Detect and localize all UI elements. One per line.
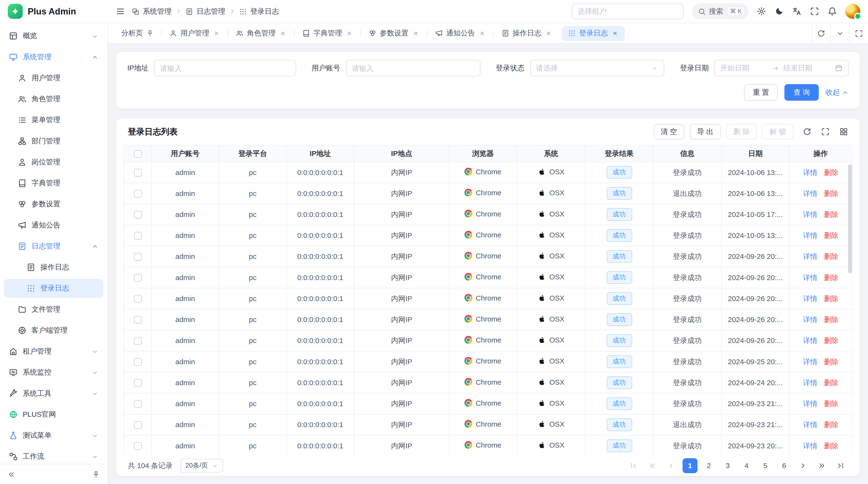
row-checkbox[interactable] bbox=[133, 232, 141, 240]
detail-link[interactable]: 详情 bbox=[803, 231, 817, 239]
row-checkbox[interactable] bbox=[133, 358, 141, 366]
page-button-5[interactable]: 5 bbox=[758, 458, 773, 473]
sidebar-item-param-settings[interactable]: 参数设置 bbox=[4, 195, 103, 214]
row-checkbox[interactable] bbox=[133, 295, 141, 303]
sidebar-item-post-mgmt[interactable]: 岗位管理 bbox=[4, 153, 103, 172]
language-button[interactable] bbox=[792, 7, 802, 16]
status-select[interactable]: 请选择 bbox=[530, 60, 664, 76]
sidebar-item-sys-monitor[interactable]: 系统监控 bbox=[4, 363, 103, 382]
theme-toggle-button[interactable] bbox=[774, 7, 784, 16]
pin-sidebar-button[interactable] bbox=[92, 470, 100, 478]
sidebar-item-menu-mgmt[interactable]: 菜单管理 bbox=[4, 110, 103, 129]
page-size-select[interactable]: 20条/页 bbox=[180, 459, 223, 473]
sidebar-item-overview[interactable]: 概览 bbox=[4, 27, 103, 45]
settings-button[interactable] bbox=[757, 7, 766, 16]
tab-op-log[interactable]: 操作日志 × bbox=[495, 26, 559, 41]
delete-link[interactable]: 删除 bbox=[824, 420, 838, 428]
detail-link[interactable]: 详情 bbox=[803, 210, 817, 218]
account-input[interactable] bbox=[346, 60, 480, 76]
column-header[interactable]: IP地址 bbox=[286, 146, 354, 162]
delete-link[interactable]: 删除 bbox=[824, 273, 838, 281]
content-fullscreen-button[interactable] bbox=[849, 23, 868, 43]
next-page-button[interactable] bbox=[796, 458, 810, 473]
sidebar-item-role-mgmt[interactable]: 角色管理 bbox=[4, 90, 103, 108]
delete-link[interactable]: 删除 bbox=[824, 168, 838, 176]
fullscreen-button[interactable] bbox=[810, 7, 819, 16]
breadcrumb-item-login-log[interactable]: 登录日志 bbox=[239, 6, 279, 16]
user-avatar[interactable] bbox=[845, 4, 860, 19]
detail-link[interactable]: 详情 bbox=[803, 189, 817, 197]
search-button[interactable]: 查 询 bbox=[784, 84, 818, 101]
close-tab-icon[interactable]: × bbox=[545, 29, 552, 37]
tab-role-mgmt[interactable]: 角色管理 × bbox=[230, 26, 293, 41]
tab-analysis[interactable]: 分析页 bbox=[115, 26, 160, 41]
table-fullscreen-button[interactable] bbox=[821, 127, 830, 136]
refresh-page-button[interactable] bbox=[812, 23, 830, 43]
delete-link[interactable]: 删除 bbox=[824, 294, 838, 302]
global-search-button[interactable]: 搜索 ⌘ K bbox=[692, 3, 748, 20]
tab-notice[interactable]: 通知公告 × bbox=[429, 26, 492, 41]
delete-button[interactable]: 删 除 bbox=[726, 124, 757, 139]
sidebar-item-client-mgmt[interactable]: 客户端管理 bbox=[4, 321, 103, 340]
export-button[interactable]: 导 出 bbox=[690, 124, 721, 139]
close-tab-icon[interactable]: × bbox=[611, 29, 619, 37]
page-button-6[interactable]: 6 bbox=[777, 458, 792, 473]
row-checkbox[interactable] bbox=[133, 253, 141, 261]
column-header[interactable]: 信息 bbox=[653, 146, 722, 162]
delete-link[interactable]: 删除 bbox=[824, 315, 838, 323]
sidebar-item-dept-mgmt[interactable]: 部门管理 bbox=[4, 132, 103, 151]
sidebar-item-tenant-mgmt[interactable]: 租户管理 bbox=[4, 342, 103, 361]
prev-jump-button[interactable] bbox=[645, 458, 660, 473]
detail-link[interactable]: 详情 bbox=[803, 252, 817, 260]
tenant-select[interactable]: 选择租户 bbox=[572, 3, 684, 20]
detail-link[interactable]: 详情 bbox=[803, 378, 817, 386]
ip-input-field[interactable] bbox=[160, 64, 290, 72]
detail-link[interactable]: 详情 bbox=[803, 294, 817, 302]
close-tab-icon[interactable]: × bbox=[213, 29, 220, 37]
column-header[interactable]: IP地点 bbox=[354, 146, 449, 162]
detail-link[interactable]: 详情 bbox=[803, 315, 817, 323]
logo-area[interactable]: Plus Admin bbox=[0, 4, 108, 19]
delete-link[interactable]: 删除 bbox=[824, 189, 838, 197]
tab-user-mgmt[interactable]: 用户管理 × bbox=[163, 26, 226, 41]
breadcrumb-item-system-mgmt[interactable]: 系统管理 bbox=[132, 6, 172, 16]
row-checkbox[interactable] bbox=[133, 442, 141, 450]
column-header[interactable]: 操作 bbox=[789, 146, 852, 162]
refresh-table-button[interactable] bbox=[803, 127, 812, 136]
first-page-button[interactable] bbox=[626, 458, 641, 473]
column-settings-button[interactable] bbox=[839, 127, 848, 136]
notifications-button[interactable] bbox=[828, 7, 837, 16]
unlock-button[interactable]: 解 锁 bbox=[763, 124, 793, 139]
sidebar-item-log-mgmt[interactable]: 日志管理 bbox=[4, 237, 103, 256]
column-header[interactable]: 浏览器 bbox=[449, 146, 517, 162]
date-range-picker[interactable]: 开始日期 结束日期 bbox=[714, 60, 848, 76]
close-tab-icon[interactable]: × bbox=[279, 29, 287, 37]
detail-link[interactable]: 详情 bbox=[803, 336, 817, 345]
sidebar-item-file-mgmt[interactable]: 文件管理 bbox=[4, 300, 103, 319]
sidebar-item-workflow[interactable]: 工作流 bbox=[4, 447, 103, 464]
breadcrumb-item-log-mgmt[interactable]: 日志管理 bbox=[185, 6, 225, 16]
detail-link[interactable]: 详情 bbox=[803, 420, 817, 428]
detail-link[interactable]: 详情 bbox=[803, 399, 817, 408]
prev-page-button[interactable] bbox=[664, 458, 679, 473]
table-scrollbar[interactable] bbox=[848, 164, 852, 273]
close-tab-icon[interactable]: × bbox=[478, 29, 486, 37]
delete-link[interactable]: 删除 bbox=[824, 399, 838, 408]
page-button-2[interactable]: 2 bbox=[702, 458, 716, 473]
last-page-button[interactable] bbox=[833, 458, 848, 473]
clear-button[interactable]: 清 空 bbox=[653, 124, 684, 139]
row-checkbox[interactable] bbox=[133, 190, 141, 198]
column-header[interactable]: 登录平台 bbox=[219, 146, 286, 162]
page-button-3[interactable]: 3 bbox=[720, 458, 735, 473]
delete-link[interactable]: 删除 bbox=[824, 441, 838, 450]
reset-button[interactable]: 重 置 bbox=[744, 84, 778, 101]
row-checkbox[interactable] bbox=[133, 316, 141, 324]
row-checkbox[interactable] bbox=[133, 421, 141, 429]
row-checkbox[interactable] bbox=[133, 211, 141, 219]
detail-link[interactable]: 详情 bbox=[803, 357, 817, 365]
row-checkbox[interactable] bbox=[133, 400, 141, 408]
sidebar-item-sys-tools[interactable]: 系统工具 bbox=[4, 384, 103, 403]
sidebar-item-test-menu[interactable]: 测试菜单 bbox=[4, 426, 103, 445]
next-jump-button[interactable] bbox=[814, 458, 829, 473]
detail-link[interactable]: 详情 bbox=[803, 273, 817, 281]
